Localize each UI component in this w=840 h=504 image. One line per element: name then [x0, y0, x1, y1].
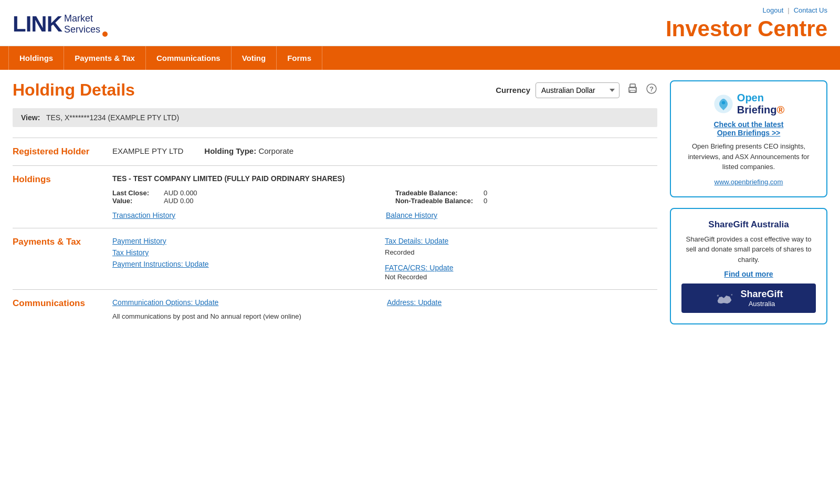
tax-history-link[interactable]: Tax History	[112, 248, 374, 257]
holdings-grid: Last Close: AUD 0.000 Value: AUD 0.00 Tr…	[112, 189, 657, 205]
comms-left: Communication Options: Update All commun…	[112, 298, 383, 321]
open-briefing-icon	[713, 93, 734, 114]
header-right: Logout | Contact Us Investor Centre	[666, 6, 827, 41]
nav-payments-tax[interactable]: Payments & Tax	[64, 46, 146, 70]
registered-holder-content: EXAMPLE PTY LTD Holding Type: Corporate	[112, 146, 657, 157]
open-briefing-logo: Open Briefing®	[681, 92, 816, 116]
logo-dot	[102, 32, 108, 37]
contact-link[interactable]: Contact Us	[794, 6, 827, 14]
left-panel: Holding Details Currency Australian Doll…	[13, 80, 657, 335]
currency-area: Currency Australian Dollar US Dollar Bri…	[496, 82, 657, 98]
last-close-value: AUD 0.000	[164, 189, 197, 197]
nav-communications[interactable]: Communications	[146, 46, 232, 70]
logo-market-bottom: Services	[64, 24, 100, 35]
currency-label: Currency	[496, 86, 530, 94]
nav-holdings[interactable]: Holdings	[8, 46, 64, 70]
holdings-left: Last Close: AUD 0.000 Value: AUD 0.00	[112, 189, 374, 205]
last-close-row: Last Close: AUD 0.000	[112, 189, 374, 197]
payments-left: Payment History Tax History Payment Inst…	[112, 237, 385, 281]
holding-details-header: Holding Details Currency Australian Doll…	[13, 80, 657, 100]
holding-type-label: Holding Type:	[204, 146, 256, 155]
holdings-right: Tradeable Balance: 0 Non-Tradeable Balan…	[395, 189, 657, 205]
right-panel: Open Briefing® Check out the latest Open…	[670, 80, 827, 335]
payments-right: Tax Details: Update Recorded FATCA/CRS: …	[385, 237, 657, 281]
payments-tax-section: Payments & Tax Payment History Tax Histo…	[13, 228, 657, 289]
fatca-group: FATCA/CRS: Update Not Recorded	[385, 264, 657, 281]
non-tradeable-balance-row: Non-Tradeable Balance: 0	[395, 197, 657, 205]
open-briefing-desc: Open Briefing presents CEO insights, int…	[681, 141, 816, 172]
sharegift-logo-line1: ShareGift	[740, 289, 783, 300]
logout-link[interactable]: Logout	[763, 6, 784, 14]
payments-tax-content: Payment History Tax History Payment Inst…	[112, 237, 657, 281]
holdings-content: TES - TEST COMPANY LIMITED (FULLY PAID O…	[112, 174, 657, 219]
holding-details-title: Holding Details	[13, 80, 135, 100]
logo-link[interactable]: LINK Market Services	[13, 12, 100, 37]
sharegift-desc: ShareGift provides a cost effective way …	[681, 234, 816, 265]
sharegift-logo-line2: Australia	[740, 300, 783, 308]
main-content: Holding Details Currency Australian Doll…	[0, 70, 840, 345]
header-nav-links: Logout | Contact Us	[763, 6, 827, 14]
registered-holder-section: Registered Holder EXAMPLE PTY LTD Holdin…	[13, 138, 657, 165]
svg-point-3	[635, 88, 636, 89]
nav-voting[interactable]: Voting	[232, 46, 277, 70]
open-briefing-card: Open Briefing® Check out the latest Open…	[670, 80, 827, 197]
main-navbar: Holdings Payments & Tax Communications V…	[0, 46, 840, 70]
holding-type: Holding Type: Corporate	[204, 146, 293, 155]
view-value: TES, X*******1234 (EXAMPLE PTY LTD)	[46, 113, 179, 122]
view-bar: View: TES, X*******1234 (EXAMPLE PTY LTD…	[13, 108, 657, 127]
tax-details-link[interactable]: Tax Details: Update	[385, 237, 657, 245]
communications-content: Communication Options: Update All commun…	[112, 298, 657, 321]
balance-history-link[interactable]: Balance History	[386, 211, 657, 219]
non-tradeable-balance-label: Non-Tradeable Balance:	[395, 197, 479, 205]
open-briefing-link[interactable]: Check out the latest Open Briefings >>	[681, 120, 816, 137]
open-briefing-website[interactable]: www.openbriefing.com	[715, 178, 783, 186]
nav-forms[interactable]: Forms	[277, 46, 322, 70]
view-label: View:	[21, 113, 40, 122]
svg-text:?: ?	[649, 85, 654, 93]
value-label: Value:	[112, 197, 160, 205]
value-value: AUD 0.00	[164, 197, 193, 205]
payments-grid: Payment History Tax History Payment Inst…	[112, 237, 657, 281]
sharegift-find-out-more[interactable]: Find out more	[681, 270, 816, 278]
holder-name: EXAMPLE PTY LTD	[112, 146, 183, 155]
address-link[interactable]: Address: Update	[387, 298, 657, 307]
ob-text: Open Briefing®	[737, 92, 784, 116]
logo-area: LINK Market Services	[13, 12, 108, 37]
holdings-links: Transaction History Balance History	[112, 211, 657, 219]
communications-label: Communications	[13, 298, 102, 321]
holdings-section: Holdings TES - TEST COMPANY LIMITED (FUL…	[13, 165, 657, 228]
comms-desc: All communications by post and No annual…	[112, 312, 383, 321]
last-close-label: Last Close:	[112, 189, 160, 197]
logo-market-top: Market	[64, 13, 100, 24]
payments-tax-label: Payments & Tax	[13, 237, 102, 281]
svg-point-7	[722, 101, 725, 104]
registered-holder-label: Registered Holder	[13, 146, 102, 157]
logo-market: Market Services	[64, 13, 100, 35]
comms-right: Address: Update	[387, 298, 657, 321]
sharegift-logo-text-area: ShareGift Australia	[740, 289, 783, 308]
payment-instructions-link[interactable]: Payment Instructions: Update	[112, 260, 374, 268]
communications-section: Communications Communication Options: Up…	[13, 289, 657, 330]
transaction-history-link[interactable]: Transaction History	[112, 211, 384, 219]
comm-options-link[interactable]: Communication Options: Update	[112, 298, 383, 307]
tax-details-status: Recorded	[385, 248, 657, 256]
fatca-link[interactable]: FATCA/CRS: Update	[385, 264, 453, 272]
payment-history-link[interactable]: Payment History	[112, 237, 374, 245]
holdings-company-name: TES - TEST COMPANY LIMITED (FULLY PAID O…	[112, 174, 657, 183]
sharegift-card: ShareGift Australia ShareGift provides a…	[670, 208, 827, 325]
nav-divider: |	[788, 6, 789, 14]
print-icon[interactable]	[627, 83, 638, 97]
australia-map-icon	[714, 290, 735, 306]
value-row: Value: AUD 0.00	[112, 197, 374, 205]
non-tradeable-balance-value: 0	[484, 197, 487, 205]
logo-text: LINK	[13, 12, 62, 37]
holdings-section-label: Holdings	[13, 174, 102, 219]
tradeable-balance-row: Tradeable Balance: 0	[395, 189, 657, 197]
investor-centre-title: Investor Centre	[666, 16, 827, 41]
sharegift-title: ShareGift Australia	[681, 219, 816, 230]
tradeable-balance-value: 0	[484, 189, 487, 197]
currency-select[interactable]: Australian Dollar US Dollar British Poun…	[536, 82, 620, 98]
fatca-status: Not Recorded	[385, 273, 657, 281]
sharegift-logo: ShareGift Australia	[681, 284, 816, 313]
help-icon[interactable]: ?	[646, 83, 657, 97]
